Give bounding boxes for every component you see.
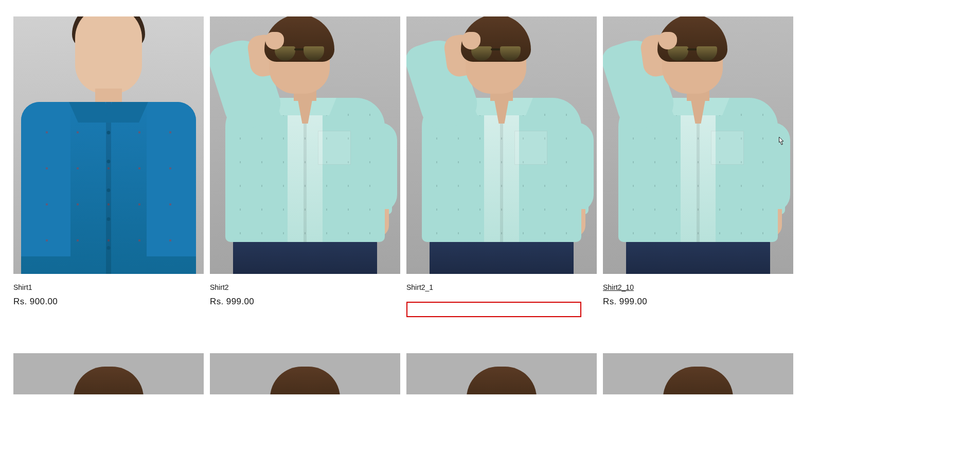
product-listing-page: Shirt1 Rs. 900.00: [0, 16, 980, 394]
product-card[interactable]: Shirt2_10 Rs. 999.00: [603, 16, 793, 317]
missing-price-highlight: [406, 302, 581, 317]
product-image[interactable]: [210, 353, 400, 394]
product-card[interactable]: Shirt1 Rs. 900.00: [13, 16, 204, 317]
product-card[interactable]: Shirt2_1: [406, 16, 597, 317]
product-price: Rs. 900.00: [13, 297, 204, 307]
product-name[interactable]: Shirt2_10: [603, 283, 793, 291]
product-image[interactable]: [13, 16, 204, 274]
product-price: Rs. 999.00: [603, 297, 793, 307]
product-name[interactable]: Shirt1: [13, 283, 204, 291]
product-image[interactable]: [406, 353, 597, 394]
product-image[interactable]: [406, 16, 597, 274]
product-image[interactable]: [603, 353, 793, 394]
product-card[interactable]: Shirt2 Rs. 999.00: [210, 16, 400, 317]
product-grid: Shirt1 Rs. 900.00: [13, 16, 967, 394]
product-name[interactable]: Shirt2: [210, 283, 400, 291]
product-image[interactable]: [603, 16, 793, 274]
product-price: Rs. 999.00: [210, 297, 400, 307]
product-name[interactable]: Shirt2_1: [406, 283, 597, 291]
product-image[interactable]: [210, 16, 400, 274]
product-image[interactable]: [13, 353, 204, 394]
